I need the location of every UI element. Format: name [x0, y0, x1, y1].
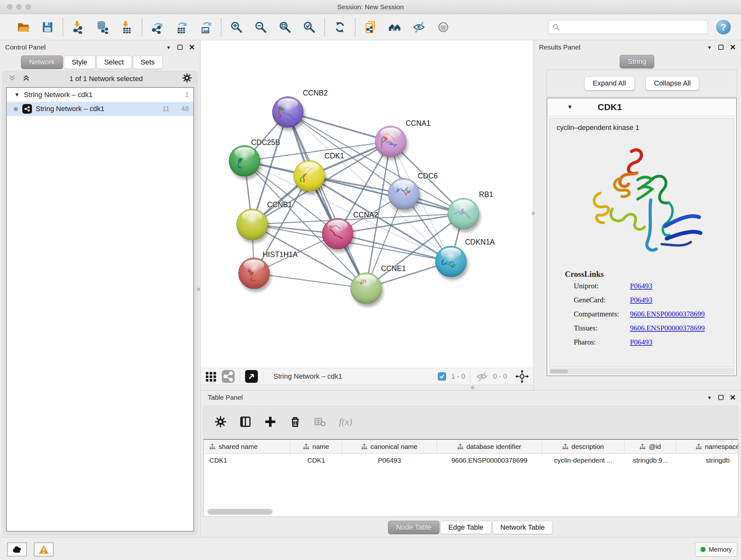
left-splitter-handle[interactable] — [197, 288, 200, 291]
table-column-header-@id[interactable]: @id — [624, 440, 676, 453]
results-hscroll-thumb[interactable] — [550, 369, 568, 373]
hide-panels-eye-icon[interactable] — [412, 20, 426, 35]
crosslink-link[interactable]: P06493 — [630, 338, 652, 347]
zoom-in-icon[interactable] — [229, 20, 244, 35]
network-node-ccne1[interactable] — [350, 273, 382, 304]
panel-menu-icon[interactable]: ▼ — [707, 45, 712, 50]
clone-network-icon[interactable] — [363, 20, 378, 35]
table-hscroll-thumb[interactable] — [207, 509, 273, 515]
panel-menu-icon[interactable]: ▼ — [707, 395, 712, 400]
save-session-icon[interactable] — [40, 20, 55, 35]
table-cell[interactable]: P06493 — [342, 454, 437, 467]
table-column-header-database-identifier[interactable]: database identifier — [437, 440, 542, 453]
float-panel-icon[interactable] — [718, 395, 724, 400]
protein-structure-image — [580, 141, 704, 259]
network-node-hist1h1a[interactable] — [239, 258, 270, 289]
table-column-header-shared-name[interactable]: shared name — [204, 440, 290, 453]
zoom-selected-icon[interactable] — [302, 20, 317, 35]
float-panel-icon[interactable] — [718, 45, 724, 50]
add-column-icon[interactable] — [264, 416, 276, 428]
network-node-ccna1[interactable] — [375, 126, 406, 157]
close-panel-icon[interactable]: ✕ — [730, 394, 736, 401]
collapse-all-rows-icon[interactable] — [22, 74, 30, 84]
table-cell[interactable]: 9606.ENSP00000378699 — [437, 454, 542, 467]
table-cell[interactable]: stringdb:9... — [624, 454, 676, 467]
table-cell[interactable]: CDK1 — [290, 454, 342, 467]
expand-all-rows-icon[interactable] — [8, 74, 16, 84]
delete-column-icon[interactable] — [289, 416, 301, 428]
homes-icon[interactable] — [387, 20, 402, 35]
crosslink-link[interactable]: 9606.ENSP00000378699 — [630, 310, 705, 318]
network-edge[interactable] — [254, 273, 366, 288]
table-cell[interactable]: CDK1 — [204, 454, 290, 467]
presentation-sphere-icon[interactable] — [436, 20, 451, 35]
table-cell[interactable]: cyclin-dependent ... — [542, 454, 624, 467]
tab-network-table[interactable]: Network Table — [492, 521, 553, 534]
pan-crosshair-icon[interactable] — [515, 370, 529, 383]
expand-all-button[interactable]: Expand All — [584, 76, 635, 90]
panel-menu-icon[interactable]: ▼ — [166, 45, 171, 50]
gear-icon[interactable] — [182, 73, 192, 85]
selected-checkbox-icon[interactable] — [438, 372, 446, 381]
cloud-button[interactable] — [7, 543, 27, 557]
network-node-ccna2[interactable] — [322, 218, 353, 249]
network-node-cdkn1a[interactable] — [435, 246, 467, 277]
tab-node-table[interactable]: Node Table — [388, 521, 440, 534]
network-node-rb1[interactable] — [448, 198, 479, 229]
export-image-icon[interactable] — [199, 20, 213, 35]
crosslink-label: Compartments: — [574, 310, 630, 318]
network-row[interactable]: String Network – cdk1 11 48 — [7, 102, 193, 116]
network-node-cdc6[interactable] — [388, 178, 419, 209]
network-edge[interactable] — [288, 112, 366, 288]
export-network-icon[interactable] — [150, 20, 165, 35]
share-view-icon[interactable] — [222, 370, 234, 383]
warning-button[interactable] — [34, 543, 54, 557]
network-edge[interactable] — [288, 112, 391, 141]
tab-string[interactable]: String — [620, 55, 654, 68]
zoom-out-icon[interactable] — [253, 20, 268, 35]
network-node-ccnb2[interactable] — [272, 97, 304, 128]
close-panel-icon[interactable]: ✕ — [189, 44, 195, 51]
table-column-header-description[interactable]: description — [542, 440, 624, 453]
tab-edge-table[interactable]: Edge Table — [441, 521, 491, 534]
close-panel-icon[interactable]: ✕ — [730, 44, 736, 51]
table-column-header-canonical-name[interactable]: canonical name — [342, 440, 437, 453]
protein-expander-icon[interactable]: ▼ — [567, 104, 573, 111]
crosslink-link[interactable]: 9606.ENSP00000378699 — [630, 324, 705, 332]
grid-view-icon[interactable] — [205, 371, 217, 382]
tab-select[interactable]: Select — [96, 56, 132, 69]
network-node-cdk1[interactable] — [293, 160, 325, 192]
crosslink-link[interactable]: P06493 — [630, 296, 652, 304]
results-hscrollbar[interactable] — [549, 368, 734, 374]
table-settings-gear-icon[interactable] — [214, 416, 226, 428]
tab-style[interactable]: Style — [64, 56, 95, 69]
refresh-icon[interactable] — [333, 20, 347, 35]
collapse-all-button[interactable]: Collapse All — [646, 76, 699, 90]
open-session-icon[interactable] — [16, 20, 30, 35]
zoom-fit-icon[interactable] — [278, 20, 292, 35]
tab-network[interactable]: Network — [21, 56, 63, 69]
network-node-cdc25b[interactable] — [229, 145, 260, 177]
import-network-icon[interactable] — [71, 20, 85, 35]
import-table-icon[interactable] — [119, 20, 134, 35]
float-panel-icon[interactable] — [178, 45, 183, 50]
table-column-header-namespace[interactable]: namespace — [676, 440, 738, 453]
export-table-icon[interactable] — [174, 20, 189, 35]
horizontal-splitter-handle[interactable] — [471, 386, 474, 389]
hidden-eye-icon[interactable] — [476, 370, 488, 382]
show-columns-icon[interactable] — [239, 416, 252, 428]
network-view-canvas[interactable]: CCNB2CCNA1CDC25BCDK1CDC6RB1CCNB1CCNA2CDK… — [201, 40, 533, 368]
birdseye-view-icon[interactable] — [245, 370, 258, 383]
network-collection-row[interactable]: ▼ String Network – cdk1 1 — [7, 88, 193, 102]
import-database-icon[interactable] — [95, 20, 110, 35]
table-cell[interactable]: stringdb — [676, 454, 738, 467]
tree-expander-icon[interactable]: ▼ — [14, 92, 19, 98]
table-column-header-name[interactable]: name — [290, 440, 342, 453]
memory-button[interactable]: Memory — [695, 543, 737, 557]
help-icon[interactable]: ? — [716, 20, 731, 35]
network-node-ccnb1[interactable] — [237, 209, 268, 240]
right-splitter-handle[interactable] — [532, 212, 535, 215]
tab-sets[interactable]: Sets — [133, 56, 163, 69]
search-input[interactable] — [562, 23, 704, 30]
crosslink-link[interactable]: P06493 — [630, 282, 652, 290]
